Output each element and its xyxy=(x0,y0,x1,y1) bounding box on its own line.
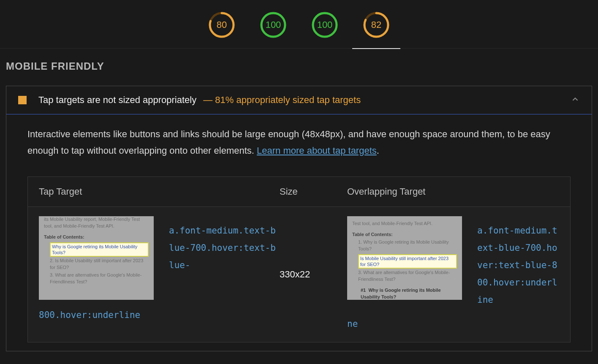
score-bar: 80 100 100 82 xyxy=(0,0,598,49)
td-size: 330x22 xyxy=(280,216,347,333)
audit-panel: Tap targets are not sized appropriately … xyxy=(6,86,592,351)
th-tap-target: Tap Target xyxy=(39,186,280,197)
audit-header[interactable]: Tap targets are not sized appropriately … xyxy=(6,86,592,114)
score-accessibility[interactable]: 100 xyxy=(260,12,286,38)
audit-table: Tap Target Size Overlapping Target its M… xyxy=(27,177,571,342)
learn-more-link[interactable]: Learn more about tap targets xyxy=(257,145,377,156)
audit-desc-post: . xyxy=(377,145,379,156)
audit-title: Tap targets are not sized appropriately xyxy=(38,95,196,106)
css-selector-tail: 800.hover:underline xyxy=(39,307,280,324)
score-value: 100 xyxy=(317,19,333,30)
screenshot-thumbnail: its Mobile Usability report, Mobile-Frie… xyxy=(39,216,154,300)
td-tap-target: its Mobile Usability report, Mobile-Frie… xyxy=(39,216,280,333)
css-selector: a.font-medium.text-blue-700.hover:text-b… xyxy=(169,216,280,274)
table-header: Tap Target Size Overlapping Target xyxy=(28,177,570,207)
css-selector-tail: ne xyxy=(347,315,559,333)
table-row: its Mobile Usability report, Mobile-Frie… xyxy=(28,207,570,342)
section-mobile-friendly: MOBILE FRIENDLY Tap targets are not size… xyxy=(0,49,598,351)
score-best-practices[interactable]: 100 xyxy=(312,12,338,38)
td-overlapping: Test tool, and Mobile-Friendly Test API.… xyxy=(347,216,559,333)
section-title: MOBILE FRIENDLY xyxy=(6,60,592,72)
score-value: 82 xyxy=(371,19,381,30)
th-overlapping: Overlapping Target xyxy=(347,186,559,197)
chevron-up-icon xyxy=(571,95,580,106)
score-value: 80 xyxy=(217,19,227,30)
css-selector: a.font-medium.text-blue-700.hover:text-b… xyxy=(477,216,559,309)
score-value: 100 xyxy=(266,19,281,30)
audit-description: Interactive elements like buttons and li… xyxy=(27,126,571,159)
score-performance[interactable]: 80 xyxy=(209,12,235,38)
score-seo[interactable]: 82 xyxy=(363,12,389,38)
screenshot-thumbnail: Test tool, and Mobile-Friendly Test API.… xyxy=(347,216,462,300)
th-size: Size xyxy=(280,186,347,197)
audit-body: Interactive elements like buttons and li… xyxy=(6,114,592,351)
audit-subtitle: — 81% appropriately sized tap targets xyxy=(203,95,361,106)
warning-icon xyxy=(18,96,27,104)
